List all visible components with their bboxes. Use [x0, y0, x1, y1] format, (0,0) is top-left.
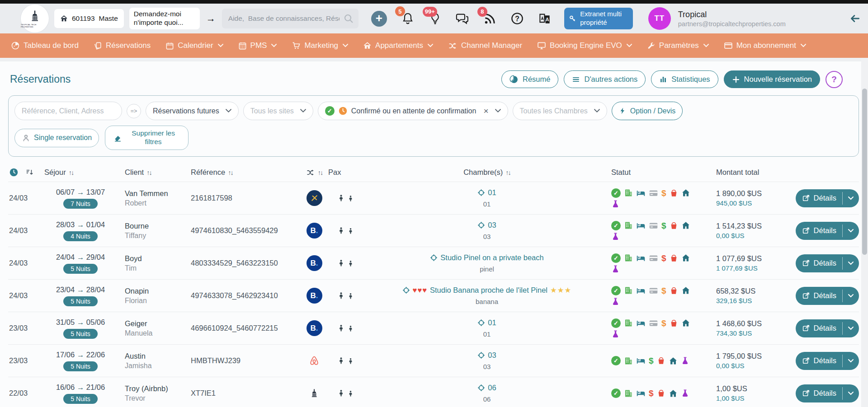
property-selector[interactable]: 601193 Maste [54, 9, 124, 28]
dollar-icon[interactable]: $ [661, 189, 666, 197]
dollar-icon[interactable]: $ [661, 319, 666, 327]
help-search-input[interactable] [228, 14, 340, 23]
bed-icon[interactable] [636, 356, 646, 365]
col-sejour[interactable]: Séjour [44, 168, 66, 177]
card-icon[interactable] [649, 221, 658, 230]
bed-icon[interactable] [636, 388, 646, 398]
room-link[interactable]: 01 [477, 188, 496, 197]
nav-item-channel-manager[interactable]: Channel Manager [448, 41, 522, 51]
sort-rooms-icon[interactable]: ↑↓ [505, 169, 510, 176]
table-row[interactable]: 23/0331/05 → 05/065 NuitsGeigerManuela46… [8, 312, 859, 344]
room-link[interactable]: 06 [477, 384, 496, 392]
single-reservation-button[interactable]: Single reservation [14, 129, 99, 147]
room-link[interactable]: 03 [477, 221, 496, 229]
col-client[interactable]: Client [125, 168, 144, 176]
ask-submit-arrow-icon[interactable]: → [206, 13, 216, 24]
room-link[interactable]: 01 [477, 318, 496, 327]
bucket-icon[interactable] [657, 356, 665, 365]
scrollbar-thumb[interactable] [862, 89, 867, 255]
table-row[interactable]: 24/0324/04 → 29/045 NuitsBoydTim48033345… [8, 247, 859, 279]
dollar-icon[interactable]: $ [649, 389, 654, 398]
bucket-icon[interactable] [670, 189, 678, 197]
details-chevron-button[interactable] [843, 319, 859, 337]
nav-item-booking-engine[interactable]: Booking Engine EVO [537, 41, 632, 50]
building-icon[interactable] [624, 188, 633, 197]
user-avatar[interactable]: TT [648, 7, 671, 30]
building-icon[interactable] [624, 221, 633, 230]
extranet-button[interactable]: Extranet multi propriété [564, 8, 633, 29]
flask-icon[interactable] [611, 330, 620, 338]
sort-client-icon[interactable]: ↑↓ [146, 169, 151, 176]
check-circle-icon[interactable]: ✓ [611, 388, 621, 398]
table-row[interactable]: 23/0317/06 → 22/065 NuitsAustinJamishaHM… [8, 344, 859, 377]
house-icon[interactable] [669, 389, 678, 398]
nav-item-reservations[interactable]: Réservations [94, 41, 151, 50]
add-button[interactable]: + [371, 11, 387, 27]
search-mode-toggle[interactable]: => [127, 104, 141, 118]
nav-item-marketing[interactable]: Marketing [292, 41, 348, 50]
building-icon[interactable] [624, 253, 633, 262]
status-filter[interactable]: ✓ Confirmé ou en attente de confirmation… [318, 102, 508, 120]
house-icon[interactable] [669, 356, 678, 365]
dollar-icon[interactable]: $ [661, 254, 666, 262]
details-chevron-button[interactable] [843, 254, 859, 272]
card-icon[interactable] [649, 286, 658, 295]
resume-button[interactable]: Résumé [501, 70, 558, 88]
details-chevron-button[interactable] [843, 287, 859, 305]
translate-button[interactable]: A [538, 12, 552, 25]
feed-button[interactable]: 8 [483, 12, 496, 25]
card-icon[interactable] [649, 318, 658, 328]
bed-icon[interactable] [636, 253, 646, 263]
card-icon[interactable] [649, 253, 658, 263]
card-icon[interactable] [649, 188, 658, 198]
table-row[interactable]: 22/0316/06 → 21/065 NuitsTroy (Airbnb)Tr… [8, 377, 859, 407]
flask-icon[interactable] [681, 389, 689, 398]
option-devis-button[interactable]: Option / Devis [612, 102, 683, 120]
building-icon[interactable] [624, 318, 633, 327]
house-icon[interactable] [681, 253, 690, 262]
sort-reference-icon[interactable]: ↑↓ [228, 169, 233, 176]
room-link[interactable]: 03 [477, 351, 496, 360]
check-circle-icon[interactable]: ✓ [611, 221, 621, 230]
bed-icon[interactable] [636, 221, 646, 230]
bed-icon[interactable] [636, 318, 646, 328]
channel-shuffle-icon[interactable] [306, 168, 315, 177]
nav-item-calendar[interactable]: Calendrier [165, 41, 223, 50]
sort-amount-icon[interactable] [25, 168, 34, 177]
flask-icon[interactable] [681, 356, 689, 365]
flask-icon[interactable] [611, 200, 620, 208]
building-icon[interactable] [624, 389, 633, 398]
dollar-icon[interactable]: $ [649, 356, 654, 365]
bucket-icon[interactable] [670, 254, 678, 262]
reservation-search-field[interactable] [14, 102, 122, 120]
room-link[interactable]: ♥♥♥Studio Banana proche de l'ilet Pinel★… [402, 286, 572, 295]
table-row[interactable]: 24/0323/04 → 28/045 NuitsOnapinFlorian49… [8, 279, 859, 312]
col-reference[interactable]: Référence [191, 168, 225, 176]
details-chevron-button[interactable] [843, 384, 859, 402]
flask-icon[interactable] [611, 265, 620, 273]
bucket-icon[interactable] [670, 286, 678, 295]
new-reservation-button[interactable]: Nouvelle réservation [724, 70, 820, 88]
details-button[interactable]: Détails [796, 319, 842, 337]
scrollbar-track[interactable] [861, 59, 868, 407]
help-search[interactable] [222, 9, 359, 28]
nav-item-settings[interactable]: Paramètres [647, 41, 709, 50]
house-icon[interactable] [681, 221, 690, 230]
table-row[interactable]: 24/0306/07 → 13/077 NuitsVan TemmenRober… [8, 182, 859, 214]
col-rooms[interactable]: Chambre(s) [463, 168, 503, 177]
more-actions-button[interactable]: D'autres actions [564, 70, 646, 88]
details-button[interactable]: Détails [796, 384, 842, 402]
statistics-button[interactable]: Statistiques [651, 70, 718, 88]
check-circle-icon[interactable]: ✓ [611, 286, 621, 295]
nav-item-apartments[interactable]: Appartements [363, 41, 433, 50]
house-icon[interactable] [681, 318, 690, 327]
house-icon[interactable] [681, 188, 690, 197]
page-help-button[interactable]: ? [826, 71, 843, 88]
nav-item-dashboard[interactable]: Tableau de bord [11, 41, 79, 50]
rooms-select[interactable]: Toutes les Chambres [513, 102, 607, 120]
sort-channel-icon[interactable]: ↑↓ [318, 169, 323, 176]
reservation-search-input[interactable] [22, 107, 115, 115]
house-icon[interactable] [681, 286, 690, 295]
collapse-arrow-icon[interactable] [849, 13, 861, 24]
details-button[interactable]: Détails [796, 352, 842, 370]
